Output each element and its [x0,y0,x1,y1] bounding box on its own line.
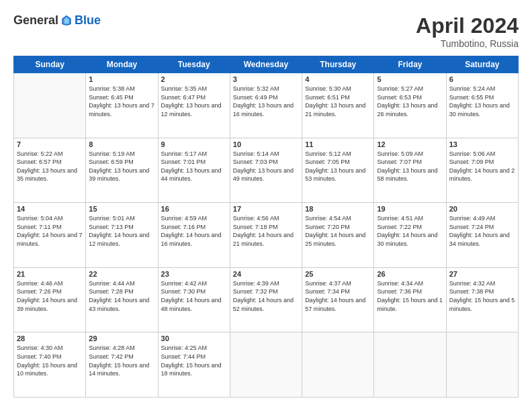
day-info: Sunrise: 4:54 AMSunset: 7:20 PMDaylight:… [305,214,371,248]
calendar-week-row: 14Sunrise: 5:04 AMSunset: 7:11 PMDayligh… [14,203,519,268]
day-info: Sunrise: 4:39 AMSunset: 7:32 PMDaylight:… [233,279,299,313]
calendar-cell: 10Sunrise: 5:14 AMSunset: 7:03 PMDayligh… [230,138,302,203]
calendar-cell [374,332,446,398]
day-info: Sunrise: 4:34 AMSunset: 7:36 PMDaylight:… [377,279,443,313]
day-info: Sunrise: 5:38 AMSunset: 6:45 PMDaylight:… [89,85,154,118]
logo-text: General Blue [13,13,101,28]
col-thursday: Thursday [302,56,374,73]
day-info: Sunrise: 5:06 AMSunset: 7:09 PMDaylight:… [449,150,515,183]
day-number: 7 [17,140,83,148]
calendar-cell: 16Sunrise: 4:59 AMSunset: 7:16 PMDayligh… [158,203,230,268]
day-number: 25 [305,270,371,278]
day-number: 15 [89,205,154,213]
day-info: Sunrise: 5:30 AMSunset: 6:51 PMDaylight:… [305,85,371,118]
calendar-cell: 3Sunrise: 5:32 AMSunset: 6:49 PMDaylight… [230,73,302,138]
day-info: Sunrise: 5:12 AMSunset: 7:05 PMDaylight:… [305,150,371,183]
day-info: Sunrise: 4:37 AMSunset: 7:34 PMDaylight:… [305,279,371,313]
calendar-cell: 24Sunrise: 4:39 AMSunset: 7:32 PMDayligh… [230,267,302,332]
col-sunday: Sunday [14,56,86,73]
day-number: 17 [233,205,299,213]
col-saturday: Saturday [446,56,518,73]
day-info: Sunrise: 4:28 AMSunset: 7:42 PMDaylight:… [89,344,154,377]
calendar-cell: 19Sunrise: 4:51 AMSunset: 7:22 PMDayligh… [374,203,446,268]
day-info: Sunrise: 5:09 AMSunset: 7:07 PMDaylight:… [377,150,443,183]
calendar-cell: 7Sunrise: 5:22 AMSunset: 6:57 PMDaylight… [14,138,86,203]
day-number: 21 [17,270,83,278]
month-title: April 2024 [416,13,519,38]
day-number: 22 [89,270,154,278]
calendar-cell: 9Sunrise: 5:17 AMSunset: 7:01 PMDaylight… [158,138,230,203]
header: General Blue April 2024 Tumbotino, Russi… [13,13,519,49]
day-number: 26 [377,270,443,278]
calendar-cell [230,332,302,398]
day-number: 30 [161,334,227,342]
day-number: 20 [449,205,515,213]
calendar-cell: 23Sunrise: 4:42 AMSunset: 7:30 PMDayligh… [158,267,230,332]
day-info: Sunrise: 5:19 AMSunset: 6:59 PMDaylight:… [89,150,154,183]
calendar-cell: 15Sunrise: 5:01 AMSunset: 7:13 PMDayligh… [86,203,158,268]
calendar-header-row: Sunday Monday Tuesday Wednesday Thursday… [14,56,519,73]
calendar-cell: 20Sunrise: 4:49 AMSunset: 7:24 PMDayligh… [446,203,518,268]
calendar-cell: 14Sunrise: 5:04 AMSunset: 7:11 PMDayligh… [14,203,86,268]
title-section: April 2024 Tumbotino, Russia [416,13,519,49]
logo-general: General [13,13,58,28]
day-number: 3 [233,75,299,83]
day-info: Sunrise: 4:49 AMSunset: 7:24 PMDaylight:… [449,214,515,248]
col-monday: Monday [86,56,158,73]
calendar-cell: 21Sunrise: 4:46 AMSunset: 7:26 PMDayligh… [14,267,86,332]
day-info: Sunrise: 5:22 AMSunset: 6:57 PMDaylight:… [17,150,83,183]
calendar-cell: 11Sunrise: 5:12 AMSunset: 7:05 PMDayligh… [302,138,374,203]
day-info: Sunrise: 4:56 AMSunset: 7:18 PMDaylight:… [233,214,299,248]
day-number: 27 [449,270,515,278]
day-number: 16 [161,205,227,213]
calendar-cell: 22Sunrise: 4:44 AMSunset: 7:28 PMDayligh… [86,267,158,332]
calendar-cell: 25Sunrise: 4:37 AMSunset: 7:34 PMDayligh… [302,267,374,332]
day-info: Sunrise: 4:32 AMSunset: 7:38 PMDaylight:… [449,279,515,313]
day-info: Sunrise: 5:24 AMSunset: 6:55 PMDaylight:… [449,85,515,118]
calendar-cell: 1Sunrise: 5:38 AMSunset: 6:45 PMDaylight… [86,73,158,138]
logo-icon [60,14,73,28]
col-friday: Friday [374,56,446,73]
calendar-cell: 8Sunrise: 5:19 AMSunset: 6:59 PMDaylight… [86,138,158,203]
day-info: Sunrise: 4:25 AMSunset: 7:44 PMDaylight:… [161,344,227,377]
calendar-cell: 18Sunrise: 4:54 AMSunset: 7:20 PMDayligh… [302,203,374,268]
day-number: 2 [161,75,227,83]
location: Tumbotino, Russia [416,38,519,49]
day-number: 13 [449,140,515,148]
day-number: 9 [161,140,227,148]
calendar-cell [446,332,518,398]
calendar-table: Sunday Monday Tuesday Wednesday Thursday… [13,56,519,398]
calendar-cell: 6Sunrise: 5:24 AMSunset: 6:55 PMDaylight… [446,73,518,138]
day-number: 8 [89,140,154,148]
day-number: 28 [17,334,83,342]
day-number: 4 [305,75,371,83]
day-number: 10 [233,140,299,148]
col-tuesday: Tuesday [158,56,230,73]
day-info: Sunrise: 5:04 AMSunset: 7:11 PMDaylight:… [17,214,83,248]
calendar-cell: 30Sunrise: 4:25 AMSunset: 7:44 PMDayligh… [158,332,230,398]
day-info: Sunrise: 5:27 AMSunset: 6:53 PMDaylight:… [377,85,443,118]
day-number: 23 [161,270,227,278]
calendar-week-row: 1Sunrise: 5:38 AMSunset: 6:45 PMDaylight… [14,73,519,138]
day-number: 12 [377,140,443,148]
page: General Blue April 2024 Tumbotino, Russi… [0,0,532,411]
calendar-cell: 28Sunrise: 4:30 AMSunset: 7:40 PMDayligh… [14,332,86,398]
calendar-cell: 27Sunrise: 4:32 AMSunset: 7:38 PMDayligh… [446,267,518,332]
calendar-cell: 2Sunrise: 5:35 AMSunset: 6:47 PMDaylight… [158,73,230,138]
day-number: 5 [377,75,443,83]
day-info: Sunrise: 5:32 AMSunset: 6:49 PMDaylight:… [233,85,299,118]
day-number: 29 [89,334,154,342]
day-number: 19 [377,205,443,213]
calendar-cell [302,332,374,398]
day-number: 14 [17,205,83,213]
calendar-week-row: 21Sunrise: 4:46 AMSunset: 7:26 PMDayligh… [14,267,519,332]
day-number: 1 [89,75,154,83]
day-info: Sunrise: 4:59 AMSunset: 7:16 PMDaylight:… [161,214,227,248]
day-info: Sunrise: 4:51 AMSunset: 7:22 PMDaylight:… [377,214,443,248]
day-info: Sunrise: 5:35 AMSunset: 6:47 PMDaylight:… [161,85,227,118]
col-wednesday: Wednesday [230,56,302,73]
day-number: 18 [305,205,371,213]
day-number: 11 [305,140,371,148]
day-number: 24 [233,270,299,278]
calendar-cell: 5Sunrise: 5:27 AMSunset: 6:53 PMDaylight… [374,73,446,138]
